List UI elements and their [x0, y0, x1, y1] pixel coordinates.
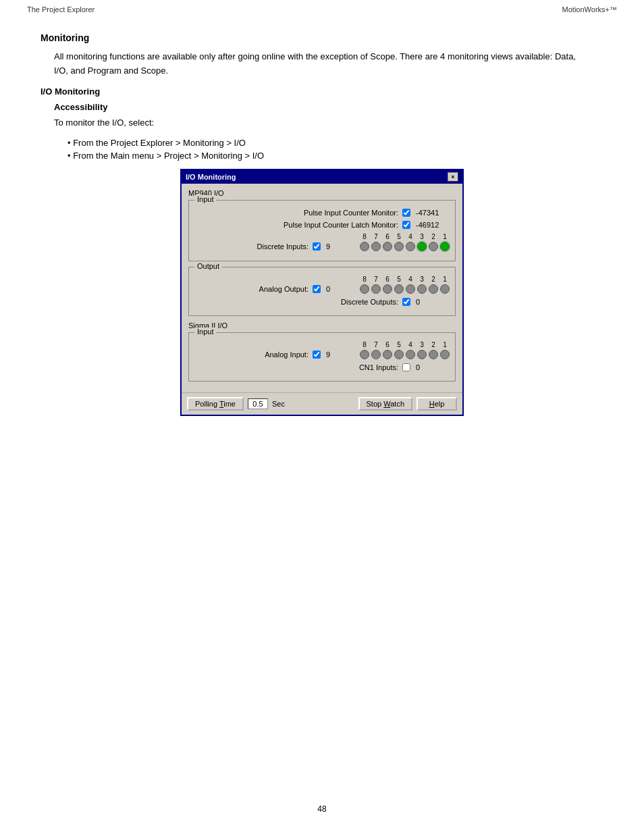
led-num-3: 3	[417, 233, 427, 240]
accessibility-title: Accessibility	[54, 102, 603, 112]
input-leds	[360, 242, 450, 251]
led-num-6: 6	[383, 233, 392, 240]
monitoring-title: Monitoring	[41, 32, 603, 43]
io-monitoring-section: I/O Monitoring Accessibility To monitor …	[41, 86, 603, 161]
output-led-a-4	[406, 284, 415, 294]
bullet-2: From the Main menu > Project > Monitorin…	[68, 151, 590, 161]
discrete-inputs-section: 8 7 6 5 4 3 2 1	[194, 233, 450, 251]
cn1-inputs-row: CN1 Inputs: 0	[194, 363, 450, 371]
dialog-body: MP940 I/O Input Pulse Input Counter Moni…	[182, 184, 462, 392]
input-led-2	[429, 242, 438, 251]
mp940-label: MP940 I/O	[188, 189, 456, 197]
sigma-leds	[360, 350, 450, 359]
output-legend: Output	[194, 262, 222, 270]
accessibility-bullets: From the Project Explorer > Monitoring >…	[68, 138, 590, 161]
discrete-outputs-checkbox[interactable]	[402, 298, 410, 306]
analog-output-value: 0	[326, 285, 360, 293]
output-led-a-2	[429, 284, 438, 294]
page-content: Monitoring All monitoring functions are …	[0, 19, 644, 436]
sigma-analog-row: Analog Input: 9	[194, 350, 450, 359]
dialog-title: I/O Monitoring	[186, 173, 236, 181]
cn1-inputs-checkbox[interactable]	[402, 363, 410, 371]
sigma-analog-checkbox[interactable]	[313, 350, 321, 359]
output-led-a-8	[360, 284, 369, 294]
input-fieldset: Input Pulse Input Counter Monitor: -4734…	[188, 200, 456, 261]
led-num-1: 1	[440, 233, 450, 240]
led-num-7: 7	[371, 233, 381, 240]
sigma-led-5	[394, 350, 404, 359]
sigma-led-2	[429, 350, 438, 359]
input-legend: Input	[194, 195, 216, 203]
led-num-4: 4	[406, 233, 415, 240]
discrete-inputs-value: 9	[326, 242, 360, 251]
sigma-led-6	[383, 350, 392, 359]
polling-time-button[interactable]: Polling Time	[187, 397, 244, 411]
output-fieldset: Output 8 7 6 5 4 3	[188, 267, 456, 316]
led-num-8: 8	[360, 233, 369, 240]
sigma-label: Sigma II I/O	[188, 321, 456, 330]
discrete-inputs-label: Discrete Inputs:	[194, 242, 313, 251]
analog-output-section: 8 7 6 5 4 3 2 1	[194, 276, 450, 294]
input-led-numbers: 8 7 6 5 4 3 2 1	[360, 233, 450, 240]
output-fieldset-content: 8 7 6 5 4 3 2 1	[194, 276, 450, 306]
cn1-inputs-value: 0	[416, 363, 450, 371]
discrete-inputs-row: Discrete Inputs: 9	[194, 242, 450, 251]
discrete-inputs-checkbox[interactable]	[313, 242, 321, 251]
pulse-counter-checkbox[interactable]	[402, 209, 410, 217]
pulse-latch-row: Pulse Input Counter Latch Monitor: -4691…	[194, 221, 450, 229]
discrete-outputs-value: 0	[416, 298, 450, 306]
sigma-led-8	[360, 350, 369, 359]
page-number: 48	[317, 804, 326, 814]
sigma-input-legend: Input	[194, 328, 216, 336]
output-led-a-5	[394, 284, 404, 294]
input-fieldset-content: Pulse Input Counter Monitor: -47341 Puls…	[194, 209, 450, 251]
led-num-5: 5	[394, 233, 404, 240]
monitoring-section: Monitoring All monitoring functions are …	[41, 32, 603, 78]
discrete-outputs-row: Discrete Outputs: 0	[194, 298, 450, 306]
input-led-6	[383, 242, 392, 251]
sigma-analog-value: 9	[326, 350, 360, 359]
page-footer: 48	[0, 804, 644, 814]
input-led-1	[440, 242, 450, 251]
input-led-4	[406, 242, 415, 251]
pulse-latch-checkbox[interactable]	[402, 221, 410, 229]
sigma-analog-section: 8 7 6 5 4 3 2 1	[194, 341, 450, 359]
sigma-led-3	[417, 350, 427, 359]
polling-time-input[interactable]	[248, 398, 268, 409]
sigma-input-fieldset: Input 8 7 6 5 4 3	[188, 332, 456, 382]
output-led-a-6	[383, 284, 392, 294]
dialog-close-button[interactable]: ×	[448, 172, 458, 182]
input-led-8	[360, 242, 369, 251]
discrete-outputs-label: Discrete Outputs:	[194, 298, 402, 306]
help-button[interactable]: Help	[417, 397, 457, 411]
dialog-footer: Polling Time Sec Stop Watch Help	[182, 392, 462, 415]
stop-watch-button[interactable]: Stop Watch	[358, 397, 412, 411]
output-led-a-7	[371, 284, 381, 294]
analog-output-checkbox[interactable]	[313, 285, 321, 293]
pulse-latch-value: -46912	[416, 221, 450, 229]
header-right: MotionWorks+™	[562, 5, 617, 14]
input-led-7	[371, 242, 381, 251]
io-monitoring-dialog: I/O Monitoring × MP940 I/O Input Pulse I…	[180, 169, 464, 416]
sigma-led-7	[371, 350, 381, 359]
io-monitoring-title: I/O Monitoring	[41, 86, 603, 97]
cn1-inputs-label: CN1 Inputs:	[194, 363, 402, 371]
led-num-2: 2	[429, 233, 438, 240]
accessibility-intro: To monitor the I/O, select:	[54, 116, 590, 130]
sec-label: Sec	[272, 400, 285, 408]
output-led-numbers: 8 7 6 5 4 3 2 1	[360, 276, 450, 283]
sigma-analog-label: Analog Input:	[194, 350, 313, 359]
header-left: The Project Explorer	[27, 5, 95, 14]
sigma-led-4	[406, 350, 415, 359]
output-led-a-3	[417, 284, 427, 294]
page-header: The Project Explorer MotionWorks+™	[0, 0, 644, 19]
dialog-titlebar: I/O Monitoring ×	[182, 170, 462, 184]
sigma-led-1	[440, 350, 450, 359]
input-led-3	[417, 242, 427, 251]
monitoring-body: All monitoring functions are available o…	[54, 50, 590, 78]
pulse-counter-value: -47341	[416, 209, 450, 217]
analog-output-label: Analog Output:	[194, 285, 313, 293]
input-led-5	[394, 242, 404, 251]
output-leds-analog	[360, 284, 450, 294]
sigma-led-numbers: 8 7 6 5 4 3 2 1	[360, 341, 450, 348]
